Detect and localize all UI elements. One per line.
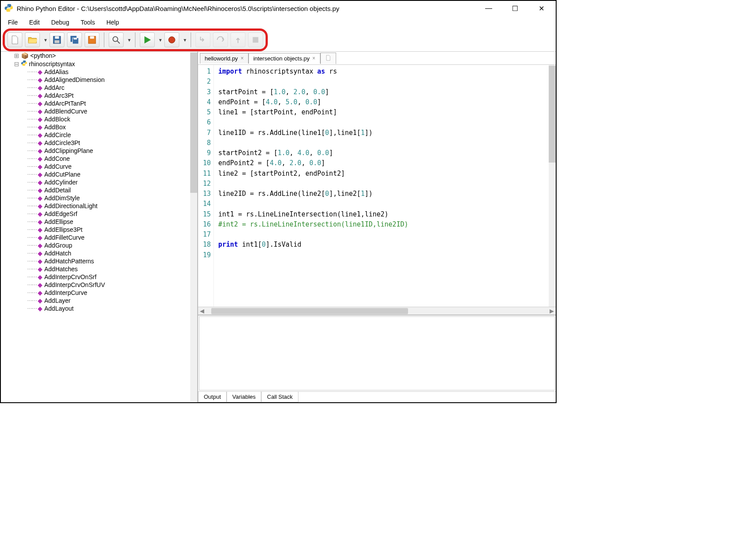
tree-item[interactable]: ⋯⋯◆AddAlignedDimension (1, 76, 197, 84)
search-dropdown[interactable]: ▼ (126, 38, 131, 43)
tree-item[interactable]: ⋯⋯◆AddArc (1, 84, 197, 92)
step-out-button[interactable] (231, 32, 245, 47)
minimize-button[interactable]: — (482, 4, 495, 13)
tree-item[interactable]: ⋯⋯◆AddClippingPlane (1, 147, 197, 155)
stop-button[interactable] (248, 32, 263, 47)
tree-root-rhinoscriptsyntax[interactable]: ⊟ rhinoscriptsyntax (1, 60, 197, 68)
sidebar-scrollbar[interactable] (190, 52, 197, 402)
svg-point-10 (113, 37, 118, 42)
new-file-button[interactable] (7, 32, 22, 47)
output-tab-variables[interactable]: Variables (227, 392, 261, 402)
tree-item[interactable]: ⋯⋯◆AddLayer (1, 297, 197, 305)
editor-tabs: helloworld.py×intersection objects.py× (198, 52, 556, 65)
menu-file[interactable]: File (8, 19, 18, 26)
editor-pane: helloworld.py×intersection objects.py× 1… (198, 52, 556, 402)
body-area: ⊞ 📦 <python> ⊟ rhinoscriptsyntax ⋯⋯◆AddA… (1, 51, 556, 402)
tree-item[interactable]: ⋯⋯◆AddCircle3Pt (1, 139, 197, 147)
breakpoint-dropdown[interactable]: ▼ (182, 38, 186, 43)
tree-item[interactable]: ⋯⋯◆AddBlendCurve (1, 107, 197, 115)
title-bar: Rhino Python Editor - C:\Users\scottd\Ap… (1, 1, 556, 16)
svg-rect-3 (55, 36, 59, 39)
tree-item[interactable]: ⋯⋯◆AddHatchPatterns (1, 257, 197, 265)
api-tree-sidebar[interactable]: ⊞ 📦 <python> ⊟ rhinoscriptsyntax ⋯⋯◆AddA… (1, 52, 198, 402)
tab-close-icon[interactable]: × (312, 55, 316, 61)
tab-close-icon[interactable]: × (241, 55, 244, 61)
menu-bar: FileEditDebugToolsHelp (1, 16, 556, 28)
breakpoint-button[interactable] (164, 32, 179, 47)
tree-item[interactable]: ⋯⋯◆AddHatches (1, 265, 197, 273)
svg-line-11 (117, 41, 120, 44)
tree-item[interactable]: ⋯⋯◆AddCone (1, 155, 197, 163)
output-tab-call-stack[interactable]: Call Stack (261, 392, 298, 402)
tree-item[interactable]: ⋯⋯◆AddFilletCurve (1, 234, 197, 241)
svg-rect-9 (90, 36, 94, 39)
tree-item[interactable]: ⋯⋯◆AddGroup (1, 241, 197, 249)
new-tab-button[interactable] (320, 53, 336, 64)
tree-item[interactable]: ⋯⋯◆AddInterpCurve (1, 289, 197, 297)
search-button[interactable] (109, 32, 124, 47)
tree-item[interactable]: ⋯⋯◆AddEllipse (1, 218, 197, 226)
tree-item[interactable]: ⋯⋯◆AddArcPtTanPt (1, 99, 197, 107)
tree-item[interactable]: ⋯⋯◆AddEllipse3Pt (1, 226, 197, 234)
output-tab-output[interactable]: Output (198, 392, 227, 402)
tree-item[interactable]: ⋯⋯◆AddDetail (1, 186, 197, 194)
tree-item[interactable]: ⋯⋯◆AddCylinder (1, 178, 197, 186)
save-all-button[interactable] (67, 32, 82, 47)
tree-item[interactable]: ⋯⋯◆AddCurve (1, 163, 197, 170)
run-dropdown[interactable]: ▼ (157, 38, 162, 43)
editor-scrollbar[interactable] (549, 65, 556, 307)
menu-debug[interactable]: Debug (51, 19, 69, 26)
menu-help[interactable]: Help (106, 19, 119, 26)
open-file-button[interactable] (25, 32, 40, 47)
close-button[interactable]: ✕ (535, 4, 548, 13)
save-button[interactable] (50, 32, 64, 47)
editor-tab[interactable]: intersection objects.py× (248, 53, 320, 64)
menu-edit[interactable]: Edit (29, 19, 40, 26)
window-title: Rhino Python Editor - C:\Users\scottd\Ap… (17, 5, 339, 12)
tree-item[interactable]: ⋯⋯◆AddBlock (1, 115, 197, 123)
svg-point-0 (7, 5, 8, 6)
line-gutter: 12345678910111213141516171819 (198, 65, 214, 307)
svg-rect-13 (253, 37, 259, 43)
tree-item[interactable]: ⋯⋯◆AddInterpCrvOnSrf (1, 273, 197, 281)
svg-point-1 (10, 11, 11, 11)
svg-rect-4 (55, 40, 60, 43)
output-pane: OutputVariablesCall Stack (198, 315, 556, 402)
tree-root-python[interactable]: ⊞ 📦 <python> (1, 52, 197, 60)
code-content[interactable]: import rhinoscriptsyntax as rs startPoin… (214, 65, 556, 307)
window-controls: — ☐ ✕ (482, 4, 552, 13)
maximize-button[interactable]: ☐ (508, 4, 522, 13)
open-dropdown[interactable]: ▼ (43, 38, 47, 43)
svg-point-12 (169, 37, 175, 43)
editor-hscroll[interactable]: ◀▶ (198, 307, 556, 315)
svg-rect-7 (74, 38, 77, 39)
tree-item[interactable]: ⋯⋯◆AddLayout (1, 305, 197, 312)
tree-item[interactable]: ⋯⋯◆AddDirectionalLight (1, 202, 197, 210)
output-tabs: OutputVariablesCall Stack (198, 391, 556, 402)
python-icon (4, 4, 13, 14)
tree-item[interactable]: ⋯⋯◆AddArc3Pt (1, 92, 197, 99)
toolbar-highlighted: ▼ ▼ ▼ ▼ (3, 28, 268, 51)
output-body[interactable] (199, 316, 555, 390)
code-editor[interactable]: 12345678910111213141516171819 import rhi… (198, 65, 556, 307)
tree-item[interactable]: ⋯⋯◆AddInterpCrvOnSrfUV (1, 281, 197, 289)
tree-item[interactable]: ⋯⋯◆AddAlias (1, 68, 197, 76)
editor-tab[interactable]: helloworld.py× (200, 53, 248, 64)
tree-item[interactable]: ⋯⋯◆AddCutPlane (1, 170, 197, 178)
menu-tools[interactable]: Tools (81, 19, 95, 26)
save-as-button[interactable] (85, 32, 99, 47)
package-icon: 📦 (21, 52, 28, 59)
tree-item[interactable]: ⋯⋯◆AddHatch (1, 249, 197, 257)
tree-item[interactable]: ⋯⋯◆AddBox (1, 123, 197, 131)
run-button[interactable] (140, 32, 155, 47)
tree-item[interactable]: ⋯⋯◆AddEdgeSrf (1, 210, 197, 218)
tree-item[interactable]: ⋯⋯◆AddCircle (1, 131, 197, 139)
app-window: Rhino Python Editor - C:\Users\scottd\Ap… (0, 0, 557, 403)
tree-item[interactable]: ⋯⋯◆AddDimStyle (1, 194, 197, 202)
python-icon (21, 60, 27, 67)
step-over-button[interactable] (213, 32, 228, 47)
step-into-button[interactable] (195, 32, 210, 47)
